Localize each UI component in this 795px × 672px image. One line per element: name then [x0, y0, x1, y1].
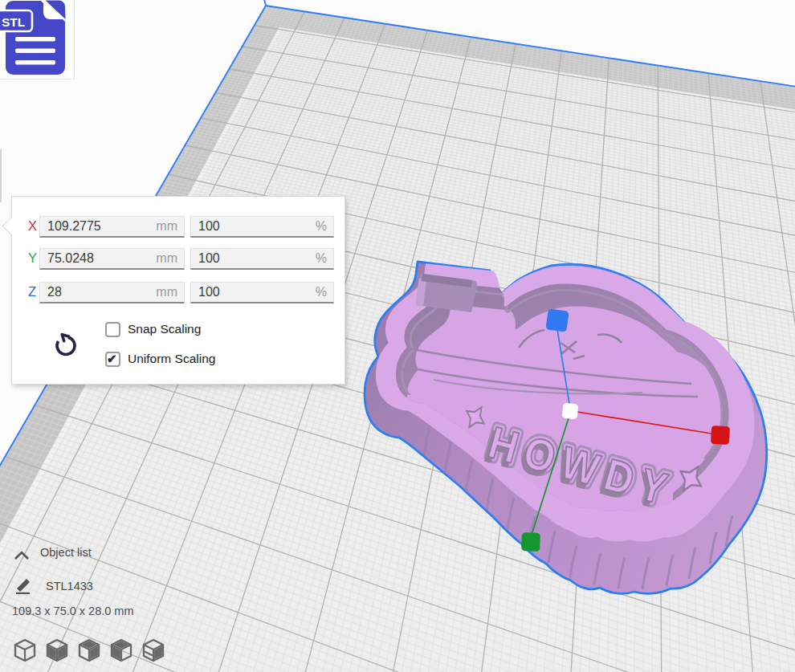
- svg-text:STL: STL: [2, 15, 25, 29]
